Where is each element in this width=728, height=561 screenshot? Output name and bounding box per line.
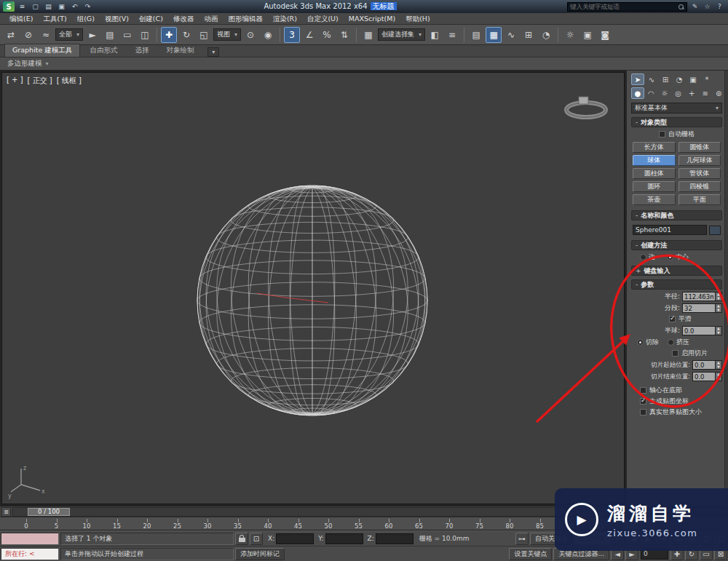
rollout-name-and-color[interactable]: - 名称和颜色 — [631, 210, 722, 220]
new-scene-icon[interactable]: ▢ — [30, 1, 41, 12]
absolute-offset-toggle-icon[interactable]: ⊡ — [250, 533, 263, 545]
menu-rendering[interactable]: 渲染(R) — [268, 13, 302, 24]
ribbon-tab-freeform[interactable]: 自由形式 — [82, 44, 125, 57]
favorites-icon[interactable]: ☆ — [702, 1, 713, 12]
ribbon-tab-object-paint[interactable]: 对象绘制 — [158, 44, 202, 57]
panel-expand-icon[interactable]: ▾ — [46, 60, 49, 67]
menu-graph-editors[interactable]: 图形编辑器 — [223, 13, 268, 24]
pyramid-button[interactable]: 四棱锥 — [678, 181, 721, 192]
viewcube-gizmo[interactable] — [558, 91, 609, 124]
plane-button[interactable]: 平面 — [678, 194, 721, 205]
help-icon[interactable]: ? — [714, 1, 725, 12]
rollout-object-type[interactable]: - 对象类型 — [631, 117, 722, 127]
object-color-swatch[interactable] — [709, 226, 721, 235]
reference-coordinate-dropdown[interactable]: 视图▾ — [213, 28, 241, 41]
sphere-button[interactable]: 球体 — [633, 155, 676, 166]
maxscript-listener-output[interactable] — [1, 533, 59, 545]
cylinder-button[interactable]: 圆柱体 — [633, 168, 676, 179]
teapot-button[interactable]: 茶壶 — [633, 194, 676, 205]
create-tab-icon[interactable]: ➤ — [631, 73, 644, 85]
percent-snap-icon[interactable]: % — [319, 27, 335, 43]
time-slider-handle[interactable]: 0 / 100 — [28, 508, 70, 516]
ribbon-tab-graphite[interactable]: Graphite 建模工具 — [4, 44, 80, 57]
hemisphere-input[interactable] — [682, 326, 716, 335]
menu-modifiers[interactable]: 修改器 — [168, 13, 199, 24]
use-pivot-point-center-icon[interactable]: ⊙ — [242, 27, 258, 43]
spinner-arrows[interactable]: ▲▼ — [716, 292, 722, 301]
geosphere-button[interactable]: 几何球体 — [678, 155, 721, 166]
select-by-name-icon[interactable]: ▤ — [102, 27, 118, 43]
lights-category-icon[interactable]: ☼ — [658, 87, 671, 99]
angle-snap-icon[interactable]: ∠ — [301, 27, 317, 43]
menu-help[interactable]: 帮助(H) — [400, 13, 435, 24]
spacewarps-category-icon[interactable]: ≋ — [699, 87, 712, 99]
object-name-input[interactable] — [633, 225, 707, 235]
spinner-arrows[interactable]: ▲▼ — [716, 326, 722, 335]
select-object-icon[interactable]: ► — [84, 27, 100, 43]
rollout-parameters[interactable]: - 参数 — [631, 279, 722, 290]
hierarchy-tab-icon[interactable]: ⊞ — [659, 73, 672, 85]
z-coordinate-input[interactable] — [376, 533, 414, 544]
schematic-view-icon[interactable]: ⊞ — [521, 27, 537, 43]
save-file-icon[interactable]: ▣ — [56, 1, 67, 12]
utilities-tab-icon[interactable]: * — [700, 73, 713, 85]
helpers-category-icon[interactable]: + — [685, 87, 698, 99]
select-and-manipulate-icon[interactable]: ◉ — [260, 27, 276, 43]
generate-mapping-checkbox[interactable] — [640, 398, 646, 405]
add-time-tag[interactable]: 添加时间标记 — [235, 548, 285, 560]
window-crossing-icon[interactable]: ◫ — [137, 27, 153, 43]
edge-radio[interactable] — [640, 254, 646, 260]
tube-button[interactable]: 管状体 — [678, 168, 721, 179]
segments-input[interactable] — [682, 303, 716, 313]
slice-on-checkbox[interactable] — [672, 350, 678, 357]
center-radio[interactable] — [667, 254, 673, 260]
torus-button[interactable]: 圆环 — [633, 181, 676, 192]
set-key-button[interactable]: 设置关键点 — [509, 548, 552, 560]
layer-manager-icon[interactable]: ▤ — [468, 27, 484, 43]
render-production-icon[interactable]: ◙ — [597, 27, 613, 43]
cameras-category-icon[interactable]: ◎ — [672, 87, 685, 99]
chop-radio[interactable] — [637, 339, 644, 346]
viewport-general-menu[interactable]: [ + ] — [7, 76, 23, 86]
app-logo-icon[interactable]: S — [3, 1, 15, 12]
menu-animation[interactable]: 动画 — [199, 13, 223, 24]
systems-category-icon[interactable]: ⊛ — [712, 87, 725, 99]
select-and-scale-icon[interactable]: ◱ — [196, 27, 212, 43]
display-tab-icon[interactable]: ▣ — [687, 73, 700, 85]
align-icon[interactable]: ≡ — [444, 27, 460, 43]
curve-editor-icon[interactable]: ∿ — [503, 27, 519, 43]
undo-icon[interactable]: ↶ — [69, 1, 80, 12]
menu-edit[interactable]: 编辑(E) — [4, 13, 38, 24]
smooth-checkbox[interactable] — [669, 316, 676, 322]
viewport-canvas[interactable] — [2, 73, 625, 504]
selection-lock-toggle[interactable] — [235, 533, 248, 545]
selection-filter-dropdown[interactable]: 全部▾ — [55, 28, 83, 41]
base-to-pivot-checkbox[interactable] — [640, 387, 646, 394]
x-coordinate-input[interactable] — [276, 533, 314, 544]
box-button[interactable]: 长方体 — [633, 142, 676, 153]
menu-group[interactable]: 组(G) — [72, 13, 100, 24]
menu-maxscript[interactable]: MAXScript(M) — [344, 13, 400, 24]
render-setup-icon[interactable]: ☼ — [562, 27, 578, 43]
menu-tools[interactable]: 工具(T) — [38, 13, 71, 24]
menu-customize[interactable]: 自定义(U) — [302, 13, 344, 24]
rectangular-selection-region-icon[interactable]: ▭ — [119, 27, 135, 43]
edit-named-selection-sets-icon[interactable]: ▦ — [360, 27, 376, 43]
maxscript-mini-listener[interactable]: 所在行: < — [1, 548, 59, 560]
panel-scrollbar[interactable] — [724, 71, 728, 506]
viewport-shading-menu[interactable]: [ 线框 ] — [57, 76, 82, 86]
named-selection-sets-dropdown[interactable]: 创建选择集▾ — [378, 28, 425, 41]
y-coordinate-input[interactable] — [325, 533, 363, 544]
unlink-selection-icon[interactable]: ⊘ — [20, 27, 36, 43]
mini-curve-editor-icon[interactable]: ≣ — [1, 507, 11, 517]
search-icon[interactable] — [678, 4, 684, 10]
radius-input[interactable] — [682, 292, 716, 301]
snaps-toggle-icon[interactable]: 3 — [284, 27, 300, 43]
shapes-category-icon[interactable]: ◠ — [645, 87, 658, 99]
squash-radio[interactable] — [668, 339, 674, 346]
select-and-rotate-icon[interactable]: ↻ — [178, 27, 194, 43]
cone-button[interactable]: 圆锥体 — [678, 142, 721, 153]
motion-tab-icon[interactable]: ◔ — [673, 73, 686, 85]
open-file-icon[interactable]: ▤ — [43, 1, 54, 12]
real-world-map-checkbox[interactable] — [640, 409, 646, 415]
